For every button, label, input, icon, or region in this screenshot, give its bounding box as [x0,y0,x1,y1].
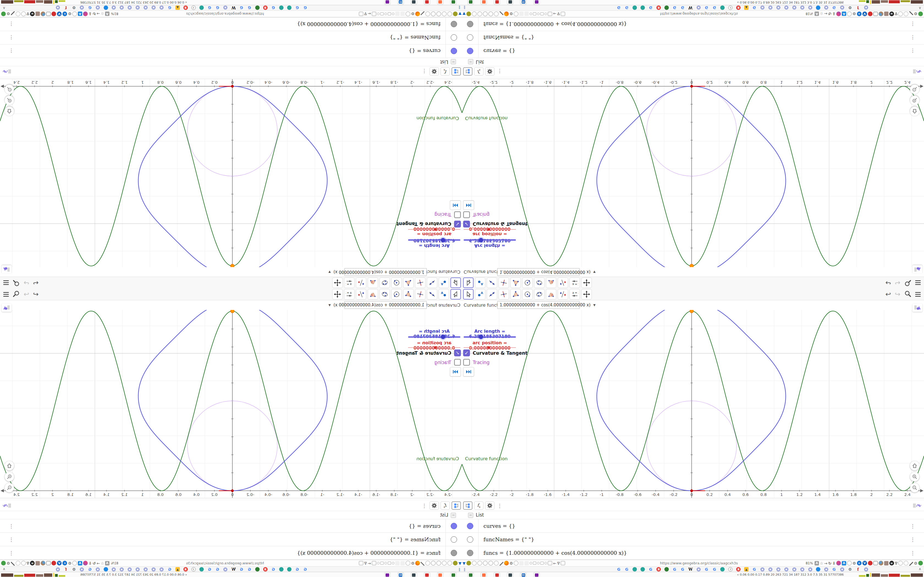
gauge-icon[interactable] [431,11,436,16]
arc-position-slider-knob[interactable] [434,228,437,231]
reload-icon[interactable]: ↻ [828,12,832,16]
move-tool-button[interactable] [451,277,461,288]
kebab-menu-icon[interactable]: ⋮ [8,537,15,542]
bookmark-default[interactable] [127,567,132,572]
slider-tool-button[interactable]: a = 2 [344,289,354,300]
olive-dot-icon[interactable] [467,561,471,566]
rocket-ext-icon[interactable] [836,561,841,566]
star-icon[interactable]: ☆ [820,12,823,16]
app-firefox[interactable] [481,0,487,5]
kebab-menu-icon[interactable]: ⋮ [421,503,428,509]
bookmark-yandex[interactable]: Я [736,5,741,10]
bookmark-default[interactable] [119,5,124,10]
trash-icon[interactable] [873,561,878,565]
dot-small-icon[interactable] [384,562,387,564]
bookmark-f[interactable]: f [855,5,861,10]
bookmark-blue[interactable] [816,5,821,10]
gauge-icon[interactable] [431,561,436,566]
gear-icon[interactable]: ⚙ [6,12,10,16]
globe-color-icon[interactable] [41,561,45,566]
forward-arrow-icon[interactable]: → [97,12,100,16]
slider-tool-button[interactable]: a = 2 [570,277,580,288]
bookmark-default[interactable] [863,5,869,10]
olive-dot-icon[interactable] [467,11,471,16]
bookmark-google[interactable]: G [712,5,717,10]
search-icon[interactable] [904,279,911,287]
fx-format-button[interactable]: fx [441,67,450,76]
bookmarks-overflow-icon[interactable]: ∧ [919,567,921,571]
clipboard-icon[interactable] [36,12,40,16]
zoom-out-button[interactable] [910,483,919,492]
algebra-row-funcnames[interactable]: funcNames = {" "} ⋮ [462,533,924,546]
star-icon[interactable]: ☆ [101,561,104,565]
kebab-menu-icon[interactable]: ⋮ [496,69,503,74]
like-ext-icon[interactable] [16,561,20,566]
circle-tool-button[interactable] [391,277,402,288]
bookmark-gear[interactable]: ⚙ [71,567,77,572]
visibility-toggle[interactable] [467,21,473,27]
dot-small-icon[interactable] [544,562,547,564]
visibility-toggle[interactable] [467,48,473,54]
bookmark-google[interactable]: G [247,5,252,10]
dot-small-icon[interactable] [537,13,540,15]
step-forward-button[interactable] [450,201,461,210]
undo-button[interactable]: ↩ [33,291,39,298]
back-arrow-icon[interactable]: ← [553,561,556,565]
vpn-ext-icon[interactable]: V [57,561,61,566]
algebra-row-funcs[interactable]: funcs = {1.000000000000 + cos(4.00000000… [0,546,462,560]
like-ext-icon[interactable] [904,11,908,16]
zoom-out-button[interactable] [910,85,919,94]
fx-format-button[interactable]: fx [474,67,483,76]
graphics-view[interactable]: -2.4-2.2-2-1.8-1.6-1.4-1.2-1-0.8-0.6-0.4… [462,310,924,498]
bookmark-google[interactable]: G [712,567,717,572]
gear-icon[interactable]: ⚙ [411,12,415,16]
fx-format-button[interactable]: fx [441,501,450,510]
arc-length-slider-knob[interactable] [479,238,483,242]
reflect-tool-button[interactable] [558,289,568,300]
move-graphics-tool-button[interactable] [582,277,592,288]
search-icon[interactable] [13,290,20,298]
bookmark-default[interactable] [800,5,805,10]
vpn-ext-icon[interactable]: V [863,11,867,16]
gear-icon[interactable]: ⚙ [510,12,513,16]
olive-dot-icon[interactable] [453,11,457,16]
kebab-menu-icon[interactable]: ⋮ [8,21,15,27]
arc-length-slider[interactable] [408,336,460,338]
bookmark-wikipedia[interactable]: W [688,567,693,572]
globe-icon[interactable] [494,561,499,566]
clipboard-icon[interactable] [884,561,888,566]
kebab-menu-icon[interactable]: ⋮ [909,21,916,27]
kebab-menu-icon[interactable]: ⋮ [909,550,916,556]
bookmark-default[interactable] [808,567,813,572]
bookmark-teal[interactable] [199,5,204,10]
move-tool-button[interactable] [451,289,461,300]
bookmark-google[interactable]: G [704,567,709,572]
list-group-header[interactable]: − List [0,511,462,519]
visibility-toggle[interactable] [451,21,457,27]
gauge-icon[interactable] [488,11,493,16]
gear-icon[interactable]: ⚙ [411,561,415,565]
wrench-icon[interactable] [909,561,913,565]
reflect-tool-button[interactable] [356,289,366,300]
bookmark-f[interactable]: f [855,567,861,572]
like-ext-icon[interactable] [904,561,908,566]
move-tool-button[interactable] [463,289,473,300]
url-text[interactable]: https://www.geogebra.org/classic/aagcxh3… [660,12,738,16]
collapse-icon[interactable]: − [451,513,456,518]
rocket-ext-icon[interactable] [836,11,841,16]
bookmark-info[interactable]: i [191,567,196,572]
forward-arrow-icon[interactable]: → [824,561,827,565]
visibility-toggle[interactable] [467,550,473,556]
download-icon[interactable]: ⇩ [832,12,835,16]
bookmark-google[interactable]: G [294,5,300,10]
angle-tool-button[interactable]: α [368,277,378,288]
kebab-menu-icon[interactable]: ⋮ [909,35,916,40]
bookmark-google[interactable]: G [271,567,276,572]
bookmark-teal[interactable] [286,567,292,572]
ghost-square-icon[interactable] [519,561,523,566]
dot-small-icon[interactable] [530,13,532,15]
list-group-header[interactable]: − List [462,511,924,519]
folder-icon[interactable] [372,561,376,565]
bookmark-google[interactable]: G [648,567,653,572]
bookmark-teal[interactable] [640,5,645,10]
